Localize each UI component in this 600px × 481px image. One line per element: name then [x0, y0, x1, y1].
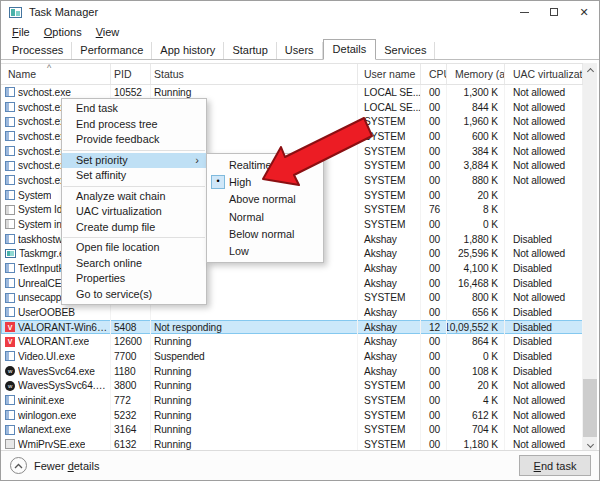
- tab-startup[interactable]: Startup: [224, 42, 276, 59]
- tab-services[interactable]: Services: [376, 42, 435, 59]
- cell-cpu: 00: [421, 378, 447, 393]
- cell-uac: Not allowed: [505, 246, 583, 261]
- column-header-status[interactable]: Status: [151, 64, 358, 84]
- table-row[interactable]: VVALORANT.exe12600RunningAkshay00864 KDi…: [1, 334, 583, 349]
- cell-user: LOCAL SE...: [358, 85, 421, 100]
- fewer-details-toggle[interactable]: Fewer details: [10, 457, 99, 474]
- process-name: VALORANT.exe: [18, 336, 89, 347]
- cell-cpu: 00: [421, 349, 447, 364]
- cell-user: SYSTEM: [358, 217, 421, 232]
- table-row[interactable]: wWavesSvc64.exe1180RunningAkshay00108 KD…: [1, 364, 583, 379]
- cell-user: SYSTEM: [358, 422, 421, 437]
- context-menu-item-search-online[interactable]: Search online: [62, 256, 206, 272]
- process-name: taskhostw.: [18, 234, 65, 245]
- close-icon: ✕: [579, 7, 588, 18]
- context-menu-item-end-process-tree[interactable]: End process tree: [62, 117, 206, 133]
- context-menu-item-set-priority[interactable]: Set priority›: [62, 153, 206, 169]
- cell-cpu: 00: [421, 393, 447, 408]
- cell-status: Running: [151, 364, 358, 379]
- vertical-scrollbar[interactable]: [583, 63, 597, 452]
- tab-users[interactable]: Users: [277, 42, 323, 59]
- cell-memory: 1,300 K: [447, 85, 505, 100]
- submenu-item-low[interactable]: Low: [207, 242, 323, 259]
- tab-performance[interactable]: Performance: [72, 42, 152, 59]
- submenu-item-label: Low: [229, 245, 249, 257]
- menu-file[interactable]: File: [5, 26, 37, 38]
- submenu-item-below-normal[interactable]: Below normal: [207, 225, 323, 242]
- menu-view[interactable]: View: [89, 26, 127, 38]
- column-header-pid[interactable]: PID: [111, 64, 151, 84]
- process-name: System int: [18, 219, 65, 230]
- context-menu-item-create-dump-file[interactable]: Create dump file: [62, 220, 206, 236]
- submenu-item-realtime[interactable]: Realtime: [207, 156, 323, 173]
- process-name: VALORANT-Win64-S...: [18, 322, 110, 333]
- cell-user: Akshay: [358, 334, 421, 349]
- cell-status: [151, 305, 358, 320]
- table-row[interactable]: wWavesSysSvc64.exe3800RunningSYSTEM0020 …: [1, 378, 583, 393]
- table-row[interactable]: VVALORANT-Win64-S...5408Not respondingAk…: [1, 320, 583, 335]
- context-menu-item-open-file-location[interactable]: Open file location: [62, 240, 206, 256]
- scrollbar-thumb[interactable]: [583, 379, 597, 437]
- cell-uac: Disabled: [505, 364, 583, 379]
- fewer-details-label: Fewer details: [34, 460, 99, 472]
- submenu-gutter: [207, 225, 229, 242]
- column-header-uac[interactable]: UAC virtualizat...: [505, 64, 583, 84]
- cell-user: SYSTEM: [358, 378, 421, 393]
- end-task-button[interactable]: End task: [519, 455, 591, 476]
- table-row[interactable]: winlogon.exe5232RunningSYSTEM00612 KNot …: [1, 408, 583, 423]
- column-header-name[interactable]: Name^: [1, 64, 111, 84]
- minimize-button[interactable]: [509, 1, 539, 23]
- table-row[interactable]: UserOOBEBAkshay00656 KDisabled: [1, 305, 583, 320]
- cell-user: Akshay: [358, 364, 421, 379]
- app-window-icon: [5, 234, 15, 244]
- cell-pid: 5408: [111, 320, 151, 335]
- minimize-icon: [520, 12, 529, 13]
- table-row[interactable]: wininit.exe772RunningSYSTEM004 KNot allo…: [1, 393, 583, 408]
- cell-pid: 3164: [111, 422, 151, 437]
- tab-details[interactable]: Details: [323, 39, 377, 60]
- menu-options[interactable]: Options: [37, 26, 89, 38]
- tab-app-history[interactable]: App history: [152, 42, 224, 59]
- cell-memory: 8 K: [447, 202, 505, 217]
- cell-uac: Disabled: [505, 305, 583, 320]
- submenu-gutter: [207, 156, 229, 173]
- chevron-up-circle-icon: [10, 457, 27, 474]
- column-header-cpu[interactable]: CPU: [421, 64, 447, 84]
- waves-audio-icon: w: [5, 381, 15, 391]
- close-button[interactable]: ✕: [569, 1, 599, 23]
- cell-user: SYSTEM: [358, 144, 421, 159]
- table-row[interactable]: wlanext.exe3164RunningSYSTEM00704 KNot a…: [1, 422, 583, 437]
- context-menu-item-uac-virtualization[interactable]: UAC virtualization: [62, 204, 206, 220]
- cell-user: Akshay: [358, 320, 421, 335]
- submenu-item-normal[interactable]: Normal: [207, 208, 323, 225]
- cell-user: SYSTEM: [358, 114, 421, 129]
- process-name: svchost.exe: [18, 87, 71, 98]
- cell-memory: 4 K: [447, 393, 505, 408]
- context-menu-item-set-affinity[interactable]: Set affinity: [62, 168, 206, 184]
- cell-uac: Not allowed: [505, 114, 583, 129]
- cell-memory: 880 K: [447, 173, 505, 188]
- context-menu-item-go-to-service-s-[interactable]: Go to service(s): [62, 287, 206, 303]
- app-window-icon: [5, 307, 15, 317]
- cell-cpu: 00: [421, 422, 447, 437]
- process-name: winlogon.exe: [18, 410, 76, 421]
- table-row[interactable]: Video.UI.exe7700SuspendedAkshay000 KDisa…: [1, 349, 583, 364]
- cell-memory: 25,596 K: [447, 246, 505, 261]
- cell-status: Running: [151, 422, 358, 437]
- wmi-icon: [5, 439, 15, 449]
- cell-uac: Not allowed: [505, 100, 583, 115]
- context-menu: End taskEnd process treeProvide feedback…: [61, 98, 207, 305]
- maximize-button[interactable]: [539, 1, 569, 23]
- scroll-up-button[interactable]: [583, 63, 597, 77]
- context-menu-item-provide-feedback[interactable]: Provide feedback: [62, 132, 206, 148]
- cell-cpu: 00: [421, 217, 447, 232]
- tab-processes[interactable]: Processes: [4, 42, 72, 59]
- context-menu-item-properties[interactable]: Properties: [62, 271, 206, 287]
- submenu-item-above-normal[interactable]: Above normal: [207, 191, 323, 208]
- context-menu-item-end-task[interactable]: End task: [62, 101, 206, 117]
- context-menu-item-analyze-wait-chain[interactable]: Analyze wait chain: [62, 189, 206, 205]
- submenu-gutter: •: [207, 173, 229, 190]
- column-header-mem[interactable]: Memory (a...: [447, 64, 505, 84]
- column-header-user[interactable]: User name: [358, 64, 421, 84]
- submenu-item-high[interactable]: •High: [207, 173, 323, 190]
